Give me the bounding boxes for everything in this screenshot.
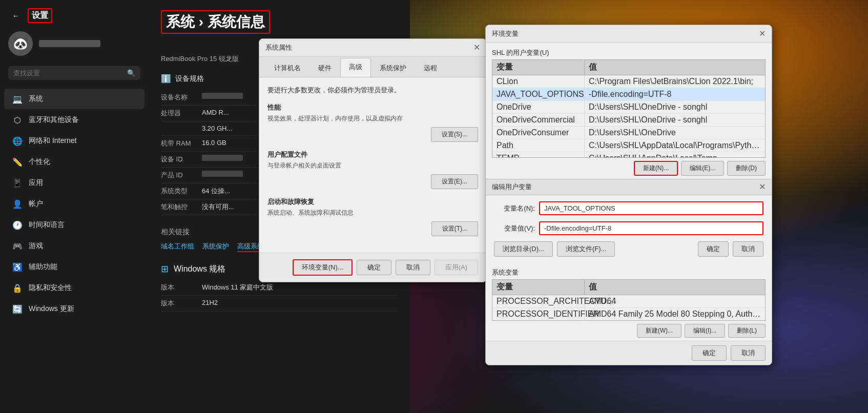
edit-sys-var-button[interactable]: 编辑(I)... — [685, 324, 725, 338]
var-name: OneDriveConsumer — [492, 127, 585, 139]
var-name-row: 变量名(N): — [494, 201, 763, 215]
env-variables-button[interactable]: 环境变量(N)... — [293, 259, 353, 276]
user-name-placeholder — [39, 40, 100, 47]
ok-button[interactable]: 确定 — [357, 260, 391, 275]
link-system-protection[interactable]: 系统保护 — [202, 242, 229, 252]
sys-var-value: AMD64 Family 25 Model 80 Stepping 0, Aut… — [585, 308, 765, 320]
list-item[interactable]: TEMP C:\Users\SHL\AppData\Local\Temp — [492, 152, 765, 157]
device-specs-label: 设备规格 — [175, 74, 204, 84]
sidebar-item-label: 帐户 — [29, 199, 43, 209]
sidebar-item-privacy[interactable]: 🔒 隐私和安全性 — [4, 278, 144, 298]
var-val-input[interactable] — [539, 221, 763, 235]
link-domain[interactable]: 域名工作组 — [161, 242, 194, 252]
var-val-label: 变量值(V): — [494, 224, 535, 233]
col-var-header: 变量 — [492, 60, 585, 75]
browse-file-button[interactable]: 浏览文件(F)... — [557, 241, 615, 257]
gaming-icon: 🎮 — [12, 241, 23, 251]
edit-var-ok-cancel: 确定 取消 — [698, 241, 763, 257]
startup-settings-button[interactable]: 设置(T)... — [431, 221, 478, 236]
sidebar-item-label: 系统 — [29, 94, 43, 104]
sidebar-item-apps[interactable]: 📱 应用 — [4, 173, 144, 193]
env-cancel-button[interactable]: 取消 — [731, 345, 766, 361]
settings-title-box: 设置 — [28, 8, 52, 23]
edit-ok-button[interactable]: 确定 — [698, 241, 729, 257]
edit-user-var-button[interactable]: 编辑(E)... — [681, 161, 724, 176]
back-button[interactable]: ← — [8, 10, 24, 22]
sidebar-item-label: 游戏 — [29, 241, 43, 251]
version-value2: 21H2 — [202, 299, 398, 308]
system-properties-dialog: 系统属性 ✕ 计算机名 硬件 高级 系统保护 远程 要进行大多数更改，你必须作为… — [259, 38, 487, 282]
edit-var-inline: 编辑用户变量 ✕ 变量名(N): 变量值(V): 浏览目录(D)... 浏览文件… — [486, 179, 772, 263]
env-close-button[interactable]: ✕ — [759, 30, 766, 38]
edit-var-title: 编辑用户变量 — [492, 182, 532, 192]
user-vars-actions: 新建(N)... 编辑(E)... 删除(D) — [486, 158, 772, 179]
privacy-icon: 🔒 — [12, 283, 23, 293]
tab-remote[interactable]: 远程 — [415, 59, 446, 77]
new-sys-var-button[interactable]: 新建(W)... — [637, 324, 681, 338]
list-item[interactable]: PROCESSOR_ARCHITECTU... AMD64 — [492, 295, 765, 308]
sidebar-item-bluetooth[interactable]: ⬡ 蓝牙和其他设备 — [4, 110, 144, 130]
var-value: C:\Program Files\JetBrains\CLion 2022.1\… — [585, 75, 765, 88]
var-value: C:\Users\SHL\AppData\Local\Programs\Pyth… — [585, 139, 765, 152]
browse-dir-button[interactable]: 浏览目录(D)... — [494, 241, 553, 257]
dialog-close-button[interactable]: ✕ — [473, 44, 480, 52]
sidebar-item-accessibility[interactable]: ♿ 辅助功能 — [4, 257, 144, 277]
dialog-footer: 环境变量(N)... 确定 取消 应用(A) — [259, 253, 486, 282]
list-item[interactable]: CLion C:\Program Files\JetBrains\CLion 2… — [492, 75, 765, 88]
sidebar-item-gaming[interactable]: 🎮 游戏 — [4, 236, 144, 256]
sys-vars-rows: PROCESSOR_ARCHITECTU... AMD64 PROCESSOR_… — [492, 295, 765, 320]
tab-system-protection[interactable]: 系统保护 — [371, 59, 415, 77]
edit-var-body: 变量名(N): 变量值(V): 浏览目录(D)... 浏览文件(F)... 确定… — [486, 195, 772, 263]
sidebar-item-label: 时间和语言 — [29, 220, 65, 230]
list-item[interactable]: Path C:\Users\SHL\AppData\Local\Programs… — [492, 139, 765, 152]
network-icon: 🌐 — [12, 136, 23, 146]
env-ok-button[interactable]: 确定 — [692, 345, 727, 361]
perf-title: 性能 — [267, 103, 478, 112]
sidebar-item-network[interactable]: 🌐 网络和 Internet — [4, 131, 144, 151]
table-row: 版本 21H2 — [161, 296, 398, 312]
tab-advanced[interactable]: 高级 — [340, 58, 371, 77]
sidebar-item-accounts[interactable]: 👤 帐户 — [4, 194, 144, 214]
tab-hardware[interactable]: 硬件 — [309, 59, 340, 77]
user-area: 🐼 — [0, 27, 149, 60]
list-item[interactable]: OneDrive D:\Users\SHL\OneDrive - songhl — [492, 101, 765, 114]
sidebar-item-system[interactable]: 💻 系统 — [4, 89, 144, 109]
user-profile-title: 用户配置文件 — [267, 150, 478, 159]
settings-header: ← 设置 — [0, 0, 149, 27]
apply-button[interactable]: 应用(A) — [435, 260, 478, 275]
list-item[interactable]: OneDriveConsumer D:\Users\SHL\OneDrive — [492, 127, 765, 139]
sidebar-item-windows-update[interactable]: 🔄 Windows 更新 — [4, 299, 144, 319]
new-user-var-button[interactable]: 新建(N)... — [634, 161, 678, 176]
performance-section: 性能 视觉效果，处理器计划，内存使用，以及虚拟内存 设置(S)... — [267, 103, 478, 142]
perf-settings-button[interactable]: 设置(S)... — [431, 127, 478, 142]
list-item[interactable]: OneDriveCommercial D:\Users\SHL\OneDrive… — [492, 114, 765, 127]
col-var-header-sys: 变量 — [492, 280, 585, 295]
list-item[interactable]: PROCESSOR_IDENTIFIER AMD64 Family 25 Mod… — [492, 308, 765, 320]
delete-user-var-button[interactable]: 删除(D) — [727, 161, 766, 176]
user-profile-settings-button[interactable]: 设置(E)... — [431, 174, 478, 189]
var-name-input[interactable] — [539, 201, 763, 215]
sidebar-item-label: Windows 更新 — [29, 304, 74, 314]
info-label: 产品 ID — [161, 171, 202, 180]
tab-computer-name[interactable]: 计算机名 — [265, 59, 309, 77]
edit-var-close-button[interactable]: ✕ — [759, 183, 766, 191]
user-table-header: 变量 值 — [492, 60, 765, 75]
search-input[interactable] — [13, 69, 123, 77]
col-val-header-sys: 值 — [585, 280, 765, 295]
cancel-button[interactable]: 取消 — [396, 260, 430, 275]
var-name: OneDriveCommercial — [492, 114, 585, 126]
version-label: 版本 — [161, 283, 202, 292]
sidebar-item-personalization[interactable]: ✏️ 个性化 — [4, 152, 144, 172]
sidebar-item-time[interactable]: 🕐 时间和语言 — [4, 215, 144, 235]
version-label2: 版本 — [161, 299, 202, 308]
var-name: CLion — [492, 75, 585, 88]
list-item[interactable]: JAVA_TOOL_OPTIONS -Dfile.encoding=UTF-8 — [492, 88, 765, 101]
user-vars-scroll[interactable]: CLion C:\Program Files\JetBrains\CLion 2… — [492, 75, 765, 157]
startup-title: 启动和故障恢复 — [267, 197, 478, 206]
sidebar-item-label: 个性化 — [29, 157, 50, 167]
dialog-body: 要进行大多数更改，你必须作为管理员登录。 性能 视觉效果，处理器计划，内存使用，… — [259, 77, 486, 253]
env-footer: 确定 取消 — [486, 341, 772, 365]
search-box[interactable]: 🔍 — [8, 66, 140, 80]
delete-sys-var-button[interactable]: 删除(L) — [728, 324, 766, 338]
edit-cancel-button[interactable]: 取消 — [733, 241, 763, 257]
